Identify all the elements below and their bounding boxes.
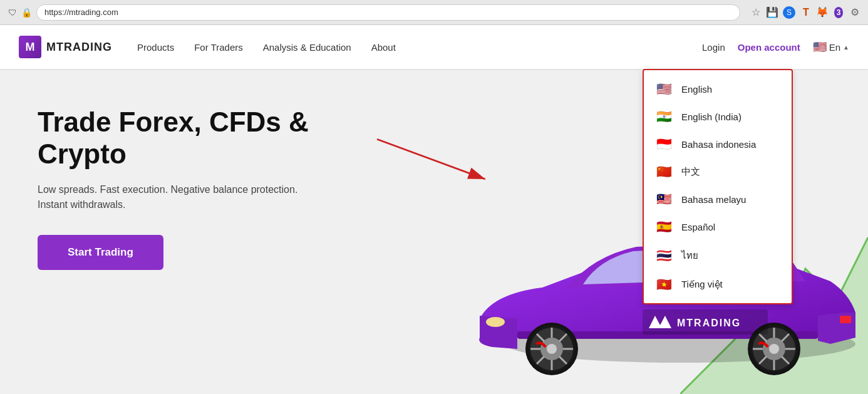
svg-line-33 bbox=[377, 139, 485, 179]
lang-label-chinese: 中文 bbox=[681, 166, 700, 178]
svg-point-2 bbox=[486, 317, 505, 327]
hero-subtitle: Low spreads. Fast execution. Negative ba… bbox=[38, 182, 301, 212]
browser-toolbar: ☆ 💾 S T 🦊 3 ⚙ bbox=[750, 6, 860, 19]
nav-about[interactable]: About bbox=[371, 42, 396, 53]
flag-cn: 🇨🇳 bbox=[656, 165, 674, 178]
flag-vn: 🇻🇳 bbox=[656, 278, 674, 291]
svg-point-8 bbox=[547, 344, 557, 354]
flag-id: 🇮🇩 bbox=[656, 138, 674, 150]
fox-extension-icon[interactable]: 🦊 bbox=[817, 7, 828, 18]
language-selector[interactable]: 🇺🇸 En ▲ bbox=[813, 40, 849, 54]
open-account-button[interactable]: Open account bbox=[738, 42, 800, 53]
lang-label-english: English bbox=[681, 84, 712, 95]
lang-code: En bbox=[829, 42, 840, 53]
lang-item-vietnamese[interactable]: 🇻🇳 Tiếng việt bbox=[644, 271, 792, 298]
lang-item-bahasa-melayu[interactable]: 🇲🇾 Bahasa melayu bbox=[644, 185, 792, 213]
lock-icon: 🔒 bbox=[21, 8, 31, 18]
svg-rect-3 bbox=[840, 316, 851, 323]
shield-icon: 🛡 bbox=[8, 8, 18, 18]
logo-icon: M bbox=[19, 36, 41, 58]
lang-item-espanol[interactable]: 🇪🇸 Español bbox=[644, 213, 792, 241]
url-text: https://mtrading.com bbox=[44, 8, 118, 17]
hero-title: Trade Forex, CFDs & Crypto bbox=[38, 106, 319, 170]
nav-right: Login Open account 🇺🇸 En ▲ bbox=[702, 40, 849, 54]
lang-item-thai[interactable]: 🇹🇭 ไทย bbox=[644, 241, 792, 271]
navbar: M MTRADING Products For Traders Analysis… bbox=[0, 25, 868, 69]
avatar-icon[interactable]: S bbox=[783, 6, 795, 19]
nav-analysis[interactable]: Analysis & Education bbox=[263, 42, 351, 53]
chevron-up-icon: ▲ bbox=[843, 44, 849, 51]
lang-label-vietnamese: Tiếng việt bbox=[681, 279, 723, 290]
flag-es: 🇪🇸 bbox=[656, 220, 674, 233]
start-trading-button[interactable]: Start Trading bbox=[38, 235, 163, 270]
lang-label-bahasa-melayu: Bahasa melayu bbox=[681, 194, 746, 205]
nav-products[interactable]: Products bbox=[137, 42, 174, 53]
badge-icon[interactable]: 3 bbox=[833, 7, 844, 18]
lang-flag: 🇺🇸 bbox=[813, 40, 827, 54]
login-button[interactable]: Login bbox=[702, 42, 725, 53]
lang-label-english-india: English (India) bbox=[681, 111, 741, 122]
t-extension-icon[interactable]: T bbox=[800, 7, 812, 18]
svg-point-20 bbox=[769, 344, 779, 354]
flag-th: 🇹🇭 bbox=[656, 249, 674, 262]
browser-chrome: 🛡 🔒 https://mtrading.com ☆ 💾 S T 🦊 3 ⚙ bbox=[0, 0, 868, 25]
star-icon[interactable]: ☆ bbox=[750, 7, 762, 18]
logo[interactable]: M MTRADING bbox=[19, 36, 112, 58]
lang-item-english[interactable]: 🇺🇸 English bbox=[644, 75, 792, 103]
language-dropdown: 🇺🇸 English 🇮🇳 English (India) 🇮🇩 Bahasa … bbox=[643, 69, 793, 304]
menu-extension-icon[interactable]: ⚙ bbox=[849, 7, 860, 18]
flag-my: 🇲🇾 bbox=[656, 193, 674, 205]
red-arrow bbox=[371, 122, 497, 185]
lang-label-espanol: Español bbox=[681, 222, 715, 232]
svg-text:MTRADING: MTRADING bbox=[677, 318, 741, 328]
logo-text: MTRADING bbox=[46, 41, 112, 54]
browser-security-icons: 🛡 🔒 bbox=[8, 8, 31, 18]
lang-label-thai: ไทย bbox=[681, 248, 698, 263]
lang-item-english-india[interactable]: 🇮🇳 English (India) bbox=[644, 103, 792, 130]
lang-item-bahasa-indonesia[interactable]: 🇮🇩 Bahasa indonesia bbox=[644, 130, 792, 158]
nav-for-traders[interactable]: For Traders bbox=[194, 42, 243, 53]
lang-item-chinese[interactable]: 🇨🇳 中文 bbox=[644, 158, 792, 185]
address-bar[interactable]: https://mtrading.com bbox=[36, 4, 740, 21]
flag-in: 🇮🇳 bbox=[656, 110, 674, 123]
lang-label-bahasa-indonesia: Bahasa indonesia bbox=[681, 139, 756, 150]
nav-links: Products For Traders Analysis & Educatio… bbox=[137, 42, 702, 53]
flag-us: 🇺🇸 bbox=[656, 83, 674, 95]
website: M MTRADING Products For Traders Analysis… bbox=[0, 25, 868, 394]
pocket-icon[interactable]: 💾 bbox=[767, 7, 778, 18]
